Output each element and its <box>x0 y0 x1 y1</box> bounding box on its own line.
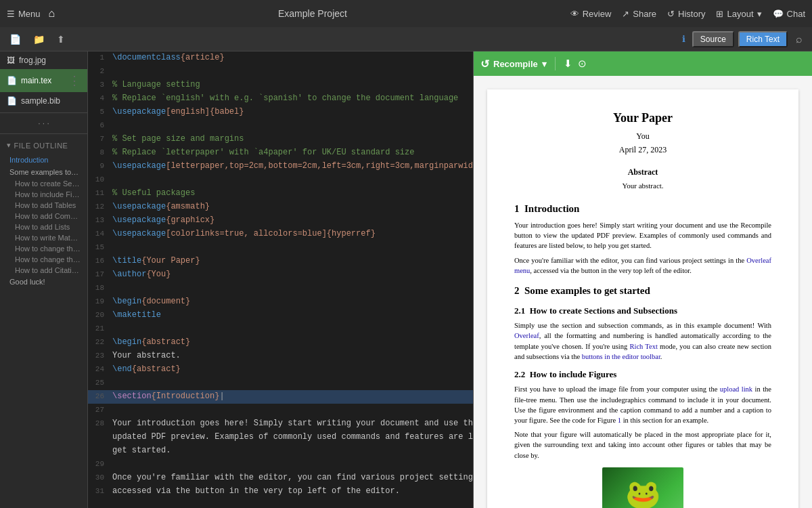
info-icon: ℹ <box>682 34 685 44</box>
secondbar: 📄 📁 ⬆ ℹ Source Rich Text ⌕ <box>0 27 812 51</box>
sidebar-divider <box>0 112 87 113</box>
outline-sub-sections[interactable]: How to create Sectio... <box>0 178 87 189</box>
outline-sub-citations[interactable]: How to add Citation... <box>0 265 87 276</box>
image-file-icon: 🖼 <box>7 56 15 65</box>
menu-button[interactable]: ☰ Menu <box>7 9 41 19</box>
history-button[interactable]: ↺ History <box>667 9 705 19</box>
sidebar-item-samplebib[interactable]: 📄 sample.bib <box>0 92 87 110</box>
layout-chevron-icon: ▾ <box>757 9 762 19</box>
outline-sub-math[interactable]: How to write Mathe... <box>0 232 87 243</box>
new-folder-button[interactable]: 📁 <box>29 31 49 47</box>
outline-sub-change1[interactable]: How to change the ... <box>0 243 87 254</box>
editor-line-7: 7 % Set page size and margins <box>88 133 473 146</box>
layout-button[interactable]: ⊞ Layout ▾ <box>716 9 761 19</box>
editor-line-31b <box>88 499 473 508</box>
editor-line-23: 23 Your abstract. <box>88 350 473 363</box>
chat-button[interactable]: 💬 Chat <box>773 9 805 19</box>
editor-pane: 1 \documentclass{article} 2 3 % Language… <box>88 51 474 508</box>
sidebar: 🖼 frog.jpg 📄 main.tex ⋮ 📄 sample.bib · ·… <box>0 51 88 508</box>
outline-sub-change2[interactable]: How to change the d... <box>0 254 87 265</box>
editor-line-10: 10 <box>88 173 473 187</box>
project-title: Example Project <box>278 8 347 19</box>
editor-line-17: 17 \author{You} <box>88 268 473 282</box>
recompile-button[interactable]: ↺ Recompile ▾ <box>480 58 547 70</box>
frog-figure: 🐸 Figure 1: This frog was uploaded via t… <box>514 467 771 508</box>
editor-line-25: 25 <box>88 377 473 390</box>
chat-icon: 💬 <box>773 9 784 19</box>
outline-section-header: ▾ File outline <box>0 137 87 154</box>
paper-subsection-22: 2.2 How to include Figures <box>514 368 771 381</box>
menu-icon: ☰ <box>7 9 15 19</box>
review-icon: 👁 <box>570 9 579 19</box>
paper-abstract-text: Your abstract. <box>514 181 771 191</box>
editor-line-20: 20 \maketitle <box>88 309 473 322</box>
sidebar-filename-bib: sample.bib <box>21 96 60 106</box>
paper-title: Your Paper <box>514 110 771 127</box>
toolbar-separator <box>555 57 556 70</box>
editor-line-29: 29 <box>88 458 473 471</box>
richtext-tab[interactable]: Rich Text <box>738 31 788 47</box>
outline-sub-comments[interactable]: How to add Comme... <box>0 211 87 221</box>
history-icon: ↺ <box>667 9 675 19</box>
outline-sub-figures[interactable]: How to include Figur... <box>0 189 87 200</box>
paper-body-subsec22-2: Note that your figure will automatically… <box>514 429 771 461</box>
paper-body-subsec21: Simply use the section and subsection co… <box>514 320 771 362</box>
editor-line-31: 31 accessed via the button in the very t… <box>88 485 473 499</box>
preview-area[interactable]: Your Paper You April 27, 2023 Abstract Y… <box>474 76 812 508</box>
editor-line-8: 8 % Replace `letterpaper' with `a4paper'… <box>88 146 473 160</box>
editor-line-28a: 28 Your introduction goes here! Simply s… <box>88 417 473 431</box>
recompile-chevron-icon: ▾ <box>542 59 547 69</box>
editor-line-26: 26 \section{Introduction}| <box>88 390 473 404</box>
editor-area[interactable]: 1 \documentclass{article} 2 3 % Language… <box>88 51 473 508</box>
new-file-button[interactable]: 📄 <box>5 31 25 47</box>
editor-line-22: 22 \begin{abstract} <box>88 336 473 350</box>
upload-button[interactable]: ⬆ <box>53 31 69 47</box>
editor-line-28c: get started. <box>88 444 473 458</box>
editor-line-16: 16 \title{Your Paper} <box>88 255 473 268</box>
paper-subsection-21: 2.1 How to create Sections and Subsectio… <box>514 305 771 317</box>
paper-date: April 27, 2023 <box>514 144 771 156</box>
sidebar-divider2 <box>0 133 87 134</box>
bib-file-icon: 📄 <box>7 96 17 106</box>
share-button[interactable]: ↗ Share <box>622 9 656 19</box>
outline-item-examples[interactable]: Some examples to get st... <box>0 166 87 178</box>
search-icon[interactable]: ⌕ <box>792 30 807 48</box>
editor-line-12: 12 \usepackage{amsmath} <box>88 200 473 214</box>
preview-pane: ↺ Recompile ▾ ⬇ ⊙ Your Paper You April 2… <box>474 51 812 508</box>
paper-abstract-heading: Abstract <box>514 167 771 178</box>
paper-author: You <box>514 131 771 142</box>
preview-download-button[interactable]: ⬇ <box>564 58 572 70</box>
editor-line-4: 4 % Replace `english' with e.g. `spanish… <box>88 92 473 106</box>
editor-line-11: 11 % Useful packages <box>88 187 473 200</box>
topbar-center: Example Project <box>278 8 347 19</box>
new-folder-icon: 📁 <box>33 34 45 45</box>
source-tab[interactable]: Source <box>692 31 734 47</box>
editor-line-24: 24 \end{abstract} <box>88 363 473 377</box>
paper-body-subsec22-1: First you have to upload the image file … <box>514 384 771 425</box>
outline-item-goodluck[interactable]: Good luck! <box>0 276 87 288</box>
topbar-right: 👁 Review ↗ Share ↺ History ⊞ Layout ▾ 💬 … <box>570 9 805 19</box>
sidebar-item-maintex[interactable]: 📄 main.tex ⋮ <box>0 69 87 92</box>
outline-sub-lists[interactable]: How to add Lists <box>0 221 87 232</box>
editor-line-6: 6 <box>88 119 473 133</box>
outline-item-introduction[interactable]: Introduction <box>0 154 87 166</box>
home-button[interactable]: ⌂ <box>49 7 55 20</box>
editor-line-27: 27 <box>88 404 473 417</box>
editor-line-28b: updated PDF preview. Examples of commonl… <box>88 431 473 444</box>
outline-sub-tables[interactable]: How to add Tables <box>0 200 87 211</box>
review-button[interactable]: 👁 Review <box>570 9 612 19</box>
main-area: 🖼 frog.jpg 📄 main.tex ⋮ 📄 sample.bib · ·… <box>0 51 812 508</box>
sidebar-item-frogjpg[interactable]: 🖼 frog.jpg <box>0 51 87 69</box>
topbar: ☰ Menu ⌂ Example Project 👁 Review ↗ Shar… <box>0 0 812 27</box>
frog-emoji: 🐸 <box>625 474 660 508</box>
file-options-icon[interactable]: ⋮ <box>68 73 81 88</box>
paper-section2: 2 Some examples to get started <box>514 284 771 298</box>
preview-settings-button[interactable]: ⊙ <box>578 58 587 70</box>
editor-line-2: 2 <box>88 65 473 79</box>
editor-line-13: 13 \usepackage{graphicx} <box>88 214 473 228</box>
frog-image: 🐸 <box>602 467 683 508</box>
sidebar-filename-active: main.tex <box>21 76 51 85</box>
preview-toolbar: ↺ Recompile ▾ ⬇ ⊙ <box>474 51 812 76</box>
new-file-icon: 📄 <box>9 34 21 45</box>
menu-label: Menu <box>18 9 41 19</box>
